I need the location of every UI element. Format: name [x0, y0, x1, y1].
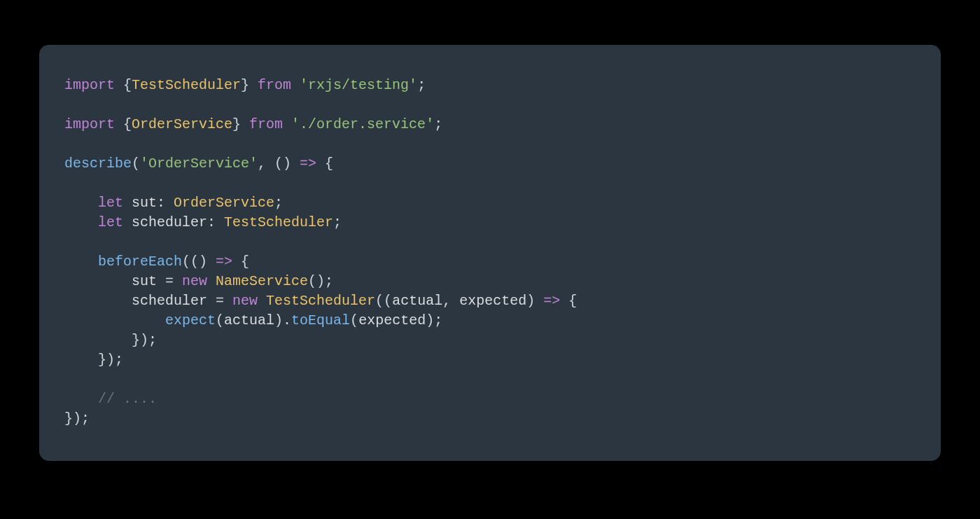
code-token: (() [182, 254, 216, 270]
code-line: let scheduler: TestScheduler; [64, 214, 342, 230]
code-token: OrderService [132, 116, 232, 132]
code-token: { [560, 293, 577, 309]
code-token: }); [64, 332, 157, 348]
code-token: : [157, 195, 174, 211]
code-token: ; [434, 116, 442, 132]
code-token: ( [132, 155, 140, 172]
code-token: { [316, 155, 333, 172]
code-token: ); [426, 312, 442, 328]
code-token [64, 273, 132, 289]
code-card: import {TestScheduler} from 'rxjs/testin… [39, 45, 941, 461]
code-token: OrderService [174, 195, 274, 211]
code-token: : [207, 214, 224, 230]
code-token: = [157, 273, 182, 289]
code-token: new [232, 293, 266, 309]
code-token: from [241, 116, 291, 132]
code-line: describe('OrderService', () => { [64, 155, 333, 172]
code-token: import [64, 77, 123, 93]
code-token: TestScheduler [132, 77, 241, 93]
code-token: actual [224, 312, 274, 328]
code-token: = [207, 293, 232, 309]
code-token: }); [64, 410, 90, 427]
code-token: let [98, 195, 132, 211]
code-token: expected [459, 293, 526, 309]
code-token: beforeEach [98, 254, 182, 270]
code-token: sut [132, 195, 157, 211]
code-token: toEqual [291, 312, 350, 328]
code-token: { [123, 116, 132, 132]
code-token: (( [375, 293, 392, 309]
code-token: 'rxjs/testing' [300, 77, 417, 93]
code-line: }); [64, 332, 157, 348]
code-token: describe [64, 155, 132, 172]
code-token: let [98, 214, 132, 230]
code-token: { [232, 254, 249, 270]
code-line: import {TestScheduler} from 'rxjs/testin… [64, 77, 426, 93]
code-token: './order.service' [291, 116, 434, 132]
code-token: sut [132, 273, 157, 289]
code-token: scheduler [132, 214, 207, 230]
code-token: => [216, 254, 232, 270]
code-token [64, 254, 98, 270]
code-token: ) [526, 293, 543, 309]
code-token: } [241, 77, 249, 93]
code-token [64, 391, 98, 407]
code-token: scheduler [132, 293, 207, 309]
code-token: , [442, 293, 459, 309]
code-line: sut = new NameService(); [64, 273, 333, 289]
code-token: ). [274, 312, 291, 328]
code-token: ; [333, 214, 342, 230]
code-token: , () [258, 155, 300, 172]
code-block: import {TestScheduler} from 'rxjs/testin… [64, 76, 916, 429]
code-line: let sut: OrderService; [64, 195, 283, 211]
code-token: NameService [216, 273, 308, 289]
code-token: TestScheduler [266, 293, 375, 309]
code-line: // .... [64, 391, 157, 407]
code-token: expected [358, 312, 426, 328]
code-token [64, 195, 98, 211]
code-token: ( [216, 312, 224, 328]
code-token: }); [64, 352, 123, 368]
code-token: => [300, 155, 316, 172]
code-token [64, 293, 132, 309]
code-token: (); [308, 273, 333, 289]
code-token: ( [350, 312, 358, 328]
code-token: 'OrderService' [140, 155, 258, 172]
code-token: from [249, 77, 300, 93]
code-token: => [543, 293, 560, 309]
code-token: { [123, 77, 132, 93]
code-token: import [64, 116, 123, 132]
code-token: actual [392, 293, 442, 309]
code-token [64, 312, 165, 328]
code-line: beforeEach(() => { [64, 254, 249, 270]
code-line: import {OrderService} from './order.serv… [64, 116, 442, 132]
code-line: expect(actual).toEqual(expected); [64, 312, 442, 328]
code-token: new [182, 273, 216, 289]
code-token [64, 214, 98, 230]
code-token: TestScheduler [224, 214, 333, 230]
code-line: }); [64, 410, 90, 427]
code-token: } [232, 116, 241, 132]
code-line: scheduler = new TestScheduler((actual, e… [64, 293, 577, 309]
code-line: }); [64, 352, 123, 368]
code-token: ; [274, 195, 283, 211]
code-token: expect [165, 312, 216, 328]
code-token: ; [417, 77, 426, 93]
code-token: // .... [98, 391, 157, 407]
